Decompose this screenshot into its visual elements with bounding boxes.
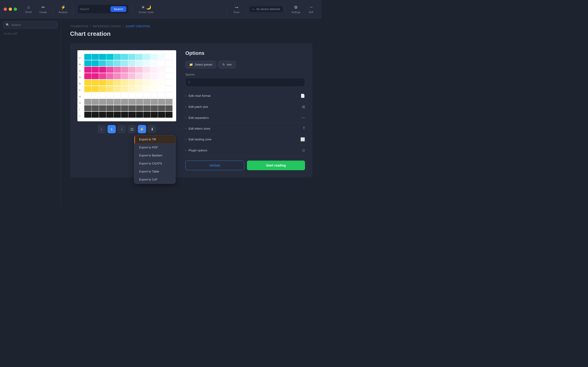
chevron-right-icon-6: › [185, 149, 186, 152]
chart-label-c: C [79, 68, 81, 74]
nav-home[interactable]: ⌂ Home [22, 3, 35, 15]
edit-letters-sizes-row[interactable]: › Edit letters sizes T [185, 123, 305, 134]
chart-grid [84, 54, 173, 118]
export-tiff-item[interactable]: Export to Tiff [134, 135, 175, 143]
chart-label-i: I [79, 106, 81, 113]
dropdown-menu: Export to Tiff Export to PDF Export to B… [134, 135, 175, 184]
download-button[interactable]: ⬇ [148, 125, 156, 133]
plugin-options-row[interactable]: › Plugin options ⊙ [185, 145, 305, 156]
chart-container: A B C D E F G H I J [78, 50, 176, 133]
folder-icon: 📁 [189, 63, 193, 66]
close-button[interactable] [4, 8, 7, 11]
breadcrumb: CALIBRATION / REFERENCE CHOICE / CHART C… [70, 25, 312, 28]
export-table-item[interactable]: Export to Table [134, 167, 175, 175]
next-page-button[interactable]: › [118, 125, 126, 133]
chart-label-a: A [79, 55, 81, 61]
options-title: Options [185, 50, 305, 56]
minimize-button[interactable] [9, 8, 12, 11]
page-number: 1 [107, 125, 116, 133]
chart-preview: A B C D E F G H I J [78, 50, 176, 121]
edit-patch-size-row[interactable]: › Edit patch size ⊞ [185, 101, 305, 112]
nav-quit[interactable]: → Quit [304, 3, 318, 15]
document-icon: 📄 [300, 94, 305, 98]
spectro-device-label: No device detected [257, 8, 280, 11]
separator-icon: — [301, 116, 305, 120]
plugin-options-left: › Plugin options [185, 149, 208, 152]
nav-scan[interactable]: ⊸ Scan [230, 3, 243, 15]
edit-landing-zone-row[interactable]: › Edit landing zone ⬜ [185, 134, 305, 145]
validate-button[interactable]: Validate [185, 161, 244, 170]
page-title: Chart creation [70, 30, 312, 37]
search-area: Search [78, 5, 128, 13]
text-icon: T [303, 126, 305, 131]
chevron-right-icon-3: › [185, 116, 186, 119]
mm-label: mm [227, 63, 232, 66]
chart-label-j: J [79, 113, 81, 119]
start-reading-button[interactable]: Start reading [247, 161, 305, 170]
nav-separator-3 [133, 5, 133, 14]
search-icon: 🔍 [6, 23, 9, 27]
grid-icon: ⊞ [302, 105, 305, 109]
search-input[interactable] [80, 7, 110, 11]
refresh-icon: ↻ [222, 63, 225, 66]
nav-quit-label: Quit [309, 10, 313, 13]
chart-row-g [84, 92, 173, 98]
sidebar-search-box[interactable]: 🔍 [3, 21, 58, 29]
maximize-button[interactable] [14, 8, 17, 11]
chart-row-c [84, 67, 173, 73]
share-icon: ⊙ [302, 148, 305, 152]
chart-row-j [84, 112, 173, 118]
nav-create[interactable]: ✏ Create [36, 3, 50, 15]
export-barbieri-item[interactable]: Export to Barbieri [134, 151, 175, 159]
crop-tool-button[interactable]: ⊡ [128, 125, 136, 133]
settings-icon: ⚙ [294, 5, 298, 10]
sidebar-search-input[interactable] [11, 23, 55, 27]
chart-label-b: B [79, 61, 81, 68]
edit-separators-left: › Edit separators [185, 116, 208, 119]
nav-analyse[interactable]: ⚡ Analyse [56, 3, 70, 15]
screen-mode-icon: ☀ 🌙 [141, 5, 151, 10]
edit-separators-row[interactable]: › Edit separators — [185, 112, 305, 123]
nav-items: ⌂ Home ✏ Create ⚡ Analyse Search ☀ 🌙 Scr… [22, 3, 225, 15]
edit-patch-size-left: › Edit patch size [185, 105, 208, 108]
minus-icon: — [252, 8, 255, 11]
prev-page-button[interactable]: ‹ [97, 125, 106, 133]
breadcrumb-chart-creation[interactable]: CHART CREATION [126, 25, 150, 28]
export-cxf-item[interactable]: Export to CxF [134, 175, 175, 184]
export-cgats-item[interactable]: Export to CGATS [134, 159, 175, 167]
edit-letters-sizes-left: › Edit letters sizes [185, 127, 210, 130]
spectro-input-field[interactable] [185, 78, 305, 87]
spectro-section-label: Spectro [185, 73, 305, 76]
files-list-label: FILES LIST [3, 32, 58, 35]
nav-screen-mode[interactable]: ☀ 🌙 Screen mode [136, 3, 156, 15]
select-preset-button[interactable]: 📁 Select preset [185, 61, 216, 68]
export-pdf-item[interactable]: Export to PDF [134, 143, 175, 151]
nav-settings-label: Settings [291, 11, 300, 14]
chevron-right-icon-4: › [185, 127, 186, 130]
chart-label-g: G [79, 93, 81, 100]
chart-labels: A B C D E F G H I J [79, 55, 81, 119]
breadcrumb-reference-choice[interactable]: REFERENCE CHOICE [93, 25, 121, 28]
edit-chart-format-left: › Edit chart format [185, 94, 210, 98]
mm-button[interactable]: ↻ mm [218, 61, 236, 68]
quit-icon: → [309, 5, 313, 10]
edit-chart-format-label: Edit chart format [189, 94, 210, 98]
search-button[interactable]: Search [111, 6, 126, 12]
action-buttons: Validate Start reading [185, 161, 305, 170]
spectrophotometer-area[interactable]: — No device detected [249, 6, 283, 12]
breadcrumb-calibration[interactable]: CALIBRATION [70, 25, 88, 28]
edit-separators-label: Edit separators [189, 116, 208, 119]
chevron-right-icon: › [185, 94, 186, 98]
lightning-tool-button[interactable]: ⚡ [138, 125, 146, 133]
download-dropdown-container: ⬇ Export to Tiff Export to PDF Export to… [148, 125, 156, 133]
chart-row-f [84, 86, 173, 92]
edit-letters-sizes-label: Edit letters sizes [189, 127, 210, 130]
scan-icon: ⊸ [235, 5, 238, 10]
nav-separator-scan [227, 5, 227, 14]
chart-label-h: H [79, 100, 81, 106]
options-buttons: 📁 Select preset ↻ mm [185, 61, 305, 68]
nav-settings[interactable]: ⚙ Settings [288, 3, 303, 15]
nav-analyse-label: Analyse [59, 11, 68, 14]
nav-screen-mode-label: Screen mode [138, 11, 153, 14]
edit-chart-format-row[interactable]: › Edit chart format 📄 [185, 90, 305, 101]
